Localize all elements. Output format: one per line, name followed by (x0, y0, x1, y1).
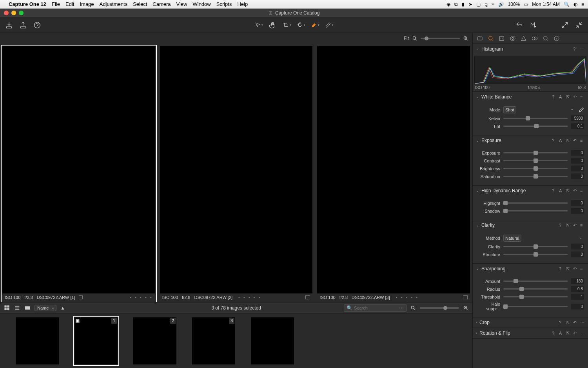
radius-value[interactable]: 0.8 (571, 286, 584, 292)
zoom-in-icon[interactable] (463, 36, 468, 41)
panel-header-sharpening[interactable]: ⌄ Sharpening ? ⇱ ↶ ≡ (473, 264, 588, 274)
cursor-tool[interactable]: ▾ (254, 21, 263, 29)
auto-adjust-button[interactable]: ▾ (529, 21, 538, 29)
list-view-button[interactable] (14, 305, 20, 311)
contrast-slider[interactable] (503, 160, 568, 161)
clarity-method-select[interactable]: Natural (503, 235, 521, 242)
help-icon[interactable]: ? (552, 95, 557, 99)
reset-icon[interactable]: ↶ (573, 331, 578, 335)
reset-icon[interactable]: ↶ (573, 138, 578, 143)
zoom-slider[interactable] (421, 38, 460, 39)
search-options-icon[interactable]: ⋯ (399, 305, 404, 311)
menu-select[interactable]: Select (133, 1, 147, 7)
eyedropper-tool[interactable]: ▾ (325, 21, 334, 29)
undo-button[interactable] (515, 21, 524, 29)
help-icon[interactable]: ? (559, 320, 564, 325)
auto-icon[interactable]: A (559, 188, 564, 193)
clock[interactable]: Mon 1:54 AM (532, 2, 560, 7)
auto-icon[interactable]: A (559, 95, 564, 99)
shadow-slider[interactable] (503, 210, 568, 211)
film-thumb[interactable]: 2 (133, 317, 176, 364)
clarity-value[interactable]: 0 (571, 244, 584, 250)
film-thumb[interactable] (251, 317, 294, 364)
rotate-tool[interactable]: ▾ (297, 21, 305, 29)
film-thumb[interactable]: ▣1 (74, 317, 118, 364)
location-icon[interactable]: ➤ (468, 2, 472, 7)
rating-dots[interactable]: • • • • • (396, 295, 419, 300)
viewer-image-3[interactable]: ISO 100 f/2.8 DSC09722.ARW [3] • • • • • (317, 46, 470, 301)
notification-center-icon[interactable]: ≡ (581, 2, 584, 7)
preset-icon[interactable]: ≡ (580, 266, 585, 271)
panel-header-histogram[interactable]: ⌄ Histogram ? ⋯ (473, 44, 588, 54)
tab-details[interactable] (543, 35, 549, 42)
help-button[interactable] (33, 21, 42, 29)
dropbox-icon[interactable]: ⧉ (454, 2, 458, 7)
battery-percent[interactable]: 100% (508, 2, 520, 7)
reset-icon[interactable]: ↶ (573, 320, 578, 325)
thumb-zoom-out-icon[interactable] (410, 305, 416, 311)
pan-tool[interactable] (269, 21, 277, 29)
menu-image[interactable]: Image (80, 1, 94, 7)
reset-icon[interactable]: ↶ (573, 188, 578, 193)
threshold-value[interactable]: 1 (571, 294, 584, 300)
tab-color[interactable] (521, 35, 527, 42)
siri-icon[interactable]: ◐ (573, 2, 577, 7)
maximize-window-button[interactable] (19, 11, 24, 15)
threshold-slider[interactable] (503, 296, 568, 297)
bookmark-icon[interactable]: ▮ (462, 2, 465, 7)
reset-icon[interactable]: ↶ (573, 95, 578, 99)
help-icon[interactable]: ? (552, 188, 557, 193)
copy-icon[interactable]: ⇱ (566, 95, 571, 99)
brush-tool[interactable]: ▾ (311, 21, 319, 29)
menu-adjustments[interactable]: Adjustments (100, 1, 128, 7)
preset-icon[interactable]: ⋯ (580, 331, 585, 335)
sort-direction-button[interactable]: ▲ (60, 305, 65, 311)
panel-header-white-balance[interactable]: ⌄ White Balance ? A ⇱ ↶ ≡ (473, 92, 588, 102)
radius-slider[interactable] (503, 288, 568, 290)
sort-select[interactable]: Name (34, 305, 56, 311)
crop-tool[interactable]: ▾ (283, 21, 291, 29)
menu-file[interactable]: File (52, 1, 60, 7)
preset-icon[interactable]: ⋯ (580, 320, 585, 325)
tab-exposure[interactable] (532, 35, 538, 42)
clarity-slider[interactable] (503, 246, 568, 247)
search-input[interactable] (354, 306, 397, 310)
rating-dots[interactable]: • • • • • (130, 295, 152, 300)
thumb-zoom-in-icon[interactable] (463, 305, 468, 311)
exposure-value[interactable]: 0 (571, 150, 584, 156)
panel-header-clarity[interactable]: ⌄ Clarity ? ⇱ ↶ ≡ (473, 220, 588, 230)
panel-header-rotation[interactable]: › Rotation & Flip ? A ⇱ ↶ ⋯ (473, 328, 588, 338)
copy-icon[interactable]: ⇱ (566, 223, 571, 228)
auto-icon[interactable]: A (559, 331, 564, 335)
brightness-slider[interactable] (503, 168, 568, 169)
brightness-value[interactable]: 0 (571, 166, 584, 171)
panel-header-exposure[interactable]: ⌄ Exposure ? A ⇱ ↶ ≡ (473, 135, 588, 146)
tint-value[interactable]: 0.1 (571, 123, 584, 129)
wb-mode-select[interactable]: Shot (503, 106, 516, 113)
auto-icon[interactable]: A (559, 138, 564, 143)
minimize-window-button[interactable] (11, 11, 16, 15)
thumb-size-slider[interactable] (420, 307, 459, 309)
menu-camera[interactable]: Camera (152, 1, 171, 7)
saturation-slider[interactable] (503, 176, 568, 177)
exposure-slider[interactable] (503, 152, 568, 153)
kelvin-slider[interactable] (503, 118, 568, 119)
tab-library[interactable] (477, 35, 483, 42)
menu-help[interactable]: Help (237, 1, 248, 7)
structure-value[interactable]: 0 (571, 251, 584, 257)
grid-view-button[interactable] (4, 305, 10, 311)
help-icon[interactable]: ? (552, 138, 557, 143)
preset-icon[interactable]: ≡ (580, 138, 585, 143)
menu-icon[interactable]: ⋯ (580, 47, 585, 51)
film-thumb[interactable] (16, 317, 59, 364)
structure-slider[interactable] (503, 254, 568, 255)
amount-value[interactable]: 180 (571, 278, 584, 284)
menu-edit[interactable]: Edit (65, 1, 74, 7)
viewer-image-1[interactable]: ISO 100 f/2.8 DSC09722.ARW [1] • • • • • (2, 46, 155, 301)
color-tag[interactable] (79, 295, 83, 299)
filmstrip[interactable]: ▣1 2 3 (0, 313, 472, 368)
viewer-image-2[interactable]: ISO 100 f/2.8 DSC09722.ARW [2] • • • • • (160, 46, 313, 301)
wifi-icon[interactable]: ⌔ (492, 2, 494, 7)
copy-icon[interactable]: ⇱ (566, 188, 571, 193)
copy-icon[interactable]: ⇱ (566, 266, 571, 271)
